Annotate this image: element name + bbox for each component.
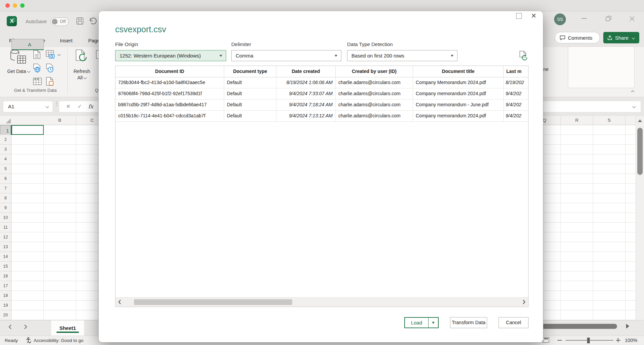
- chevron-down-icon: [27, 70, 30, 73]
- sheet-next-icon[interactable]: [24, 324, 28, 330]
- refresh-all-button[interactable]: Refresh All: [71, 68, 93, 81]
- refresh-preview-icon[interactable]: [519, 50, 528, 61]
- row-header-3[interactable]: 3: [0, 145, 11, 154]
- window-close-button[interactable]: [629, 15, 635, 22]
- column-header-R[interactable]: R: [561, 116, 593, 125]
- table-row: c015b18c-7114-4e41-b047-cdccd3a1ab7fDefa…: [115, 111, 528, 122]
- row-header-13[interactable]: 13: [0, 242, 11, 252]
- preview-column-header: Created by user (ID): [336, 66, 413, 77]
- vertical-scrollbar[interactable]: [636, 116, 644, 320]
- mac-zoom-button[interactable]: [20, 3, 25, 8]
- row-header-14[interactable]: 14: [0, 252, 11, 262]
- ribbon-group-divider: [67, 49, 68, 93]
- column-header-S[interactable]: S: [593, 116, 625, 125]
- page-layout-view-icon[interactable]: [543, 337, 549, 343]
- from-web-icon[interactable]: [33, 63, 42, 73]
- table-cell: charlie.adams@circularo.com: [336, 77, 413, 88]
- transform-data-button[interactable]: Transform Data: [450, 317, 487, 328]
- share-label: Share: [615, 35, 629, 41]
- drag-dots-icon[interactable]: ⋮: [54, 102, 59, 105]
- account-avatar[interactable]: SS: [554, 13, 566, 25]
- zoom-slider-thumb[interactable]: [587, 338, 590, 343]
- tab-insert[interactable]: Insert: [60, 35, 73, 46]
- load-button[interactable]: Load: [404, 317, 439, 328]
- recent-sources-icon[interactable]: [46, 63, 55, 73]
- from-text-csv-icon[interactable]: [33, 50, 41, 59]
- dialog-close-icon[interactable]: ✕: [531, 12, 537, 20]
- formula-bar-expand-icon[interactable]: [633, 105, 636, 108]
- file-origin-select[interactable]: 1252: Western European (Windows): [115, 50, 226, 61]
- cancel-button[interactable]: Cancel: [499, 317, 529, 328]
- table-cell: 9/4/202: [504, 100, 529, 110]
- comments-label: Comments: [568, 35, 592, 41]
- row-header-6[interactable]: 6: [0, 174, 11, 184]
- accessibility-status[interactable]: Accessibility: Good to go: [34, 338, 83, 343]
- row-header-17[interactable]: 17: [0, 281, 11, 291]
- mac-minimize-button[interactable]: [13, 3, 17, 8]
- undo-icon[interactable]: [89, 17, 97, 25]
- row-header-16[interactable]: 16: [0, 271, 11, 281]
- row-header-2[interactable]: 2: [0, 135, 11, 145]
- existing-connections-icon[interactable]: [46, 77, 55, 86]
- vertical-scroll-thumb[interactable]: [637, 128, 643, 175]
- load-button-label[interactable]: Load: [405, 318, 429, 328]
- row-header-4[interactable]: 4: [0, 154, 11, 164]
- from-picture-icon[interactable]: [46, 50, 55, 59]
- table-cell: 9/4/2024 7:33:07 AM: [276, 88, 336, 99]
- window-restore-button[interactable]: [605, 15, 612, 22]
- share-button[interactable]: Share: [603, 32, 639, 43]
- data-type-detection-select[interactable]: Based on first 200 rows: [347, 50, 457, 61]
- row-header-12[interactable]: 12: [0, 232, 11, 242]
- scroll-up-icon[interactable]: [638, 119, 642, 122]
- enter-entry-icon[interactable]: ✓: [77, 101, 82, 112]
- window-minimize-button[interactable]: [581, 18, 587, 19]
- active-cell-A1[interactable]: [11, 125, 44, 135]
- row-header-5[interactable]: 5: [0, 164, 11, 174]
- save-icon[interactable]: [76, 17, 84, 25]
- select-all-corner[interactable]: [6, 118, 11, 123]
- row-header-18[interactable]: 18: [0, 291, 11, 301]
- zoom-level[interactable]: 100%: [625, 338, 637, 343]
- row-header-11[interactable]: 11: [0, 223, 11, 232]
- row-header-20[interactable]: 20: [0, 310, 11, 320]
- column-header-B[interactable]: B: [44, 116, 76, 125]
- sheet-prev-icon[interactable]: [8, 324, 12, 330]
- preview-scroll-thumb[interactable]: [134, 299, 292, 305]
- table-row: 876068f4-798d-425f-b1f2-92ef17539d1fDefa…: [115, 88, 528, 100]
- get-data-icon: [9, 49, 27, 66]
- zoom-out-button[interactable]: [557, 340, 562, 341]
- table-cell: 8/19/202: [504, 77, 529, 88]
- dialog-maximize-icon[interactable]: [516, 13, 522, 19]
- scroll-left-icon[interactable]: [117, 299, 122, 305]
- name-box[interactable]: A1: [3, 101, 53, 112]
- insert-function-icon[interactable]: fx: [88, 101, 93, 112]
- table-cell: Company memorandum 2024.pdf: [413, 111, 504, 121]
- tab-page[interactable]: Page: [88, 35, 100, 46]
- column-header-A[interactable]: A: [11, 39, 44, 50]
- scroll-right-icon[interactable]: [626, 324, 629, 329]
- scroll-right-icon[interactable]: [522, 299, 526, 305]
- row-header-7[interactable]: 7: [0, 184, 11, 193]
- file-origin-label: File Origin: [115, 41, 138, 47]
- comments-button[interactable]: Comments: [555, 32, 600, 43]
- preview-column-header: Document type: [224, 66, 276, 77]
- table-cell: charlie.adams@circularo.com: [336, 111, 413, 121]
- mac-close-button[interactable]: [5, 3, 10, 8]
- row-header-19[interactable]: 19: [0, 301, 11, 310]
- dropdown-arrow-icon: [335, 55, 337, 57]
- preview-scrollbar[interactable]: [115, 297, 528, 307]
- row-header-8[interactable]: 8: [0, 193, 11, 203]
- autosave-toggle[interactable]: Off: [50, 17, 69, 26]
- table-cell: 9/4/2024 7:13:12 AM: [276, 111, 336, 121]
- cancel-entry-icon[interactable]: ✕: [66, 101, 70, 112]
- row-header-15[interactable]: 15: [0, 262, 11, 271]
- delimiter-select[interactable]: Comma: [231, 50, 341, 61]
- sheet-tab-sheet1[interactable]: Sheet1: [51, 320, 84, 336]
- table-row: b987cd5b-29f7-4d8d-a1aa-5dbde66ae417Defa…: [115, 100, 528, 111]
- load-split-arrow[interactable]: [429, 318, 438, 328]
- from-table-range-icon[interactable]: [33, 77, 42, 85]
- row-header-10[interactable]: 10: [0, 213, 11, 223]
- row-header-9[interactable]: 9: [0, 203, 11, 213]
- get-data-button[interactable]: Get Data: [7, 68, 30, 75]
- csv-import-dialog: ✕ csvexport.csv File Origin Delimiter Da…: [99, 11, 543, 342]
